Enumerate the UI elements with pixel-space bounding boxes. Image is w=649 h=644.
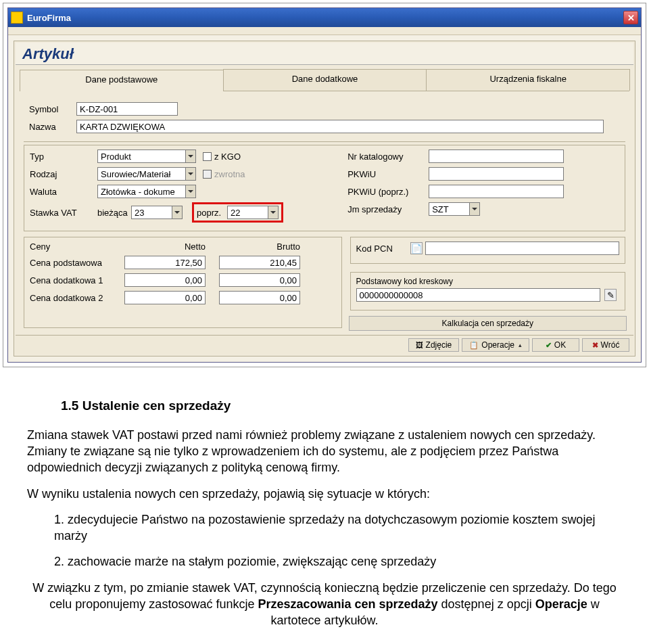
- checkbox-zkgo[interactable]: z KGO: [203, 152, 241, 162]
- input-pkwiu[interactable]: [429, 167, 564, 181]
- lookup-icon[interactable]: 📄: [410, 242, 423, 254]
- input-cena-dod2-brutto[interactable]: [219, 291, 300, 304]
- label-stawka-vat: Stawka VAT: [30, 208, 97, 218]
- btn-wroc[interactable]: ✖ Wróć: [582, 338, 629, 352]
- input-cena-dod2-netto[interactable]: [124, 291, 206, 304]
- label-rodzaj: Rodzaj: [30, 169, 97, 179]
- app-icon: [11, 12, 23, 24]
- image-icon: 🖼: [416, 341, 423, 349]
- doc-li2: 2. zachowacie marże na stałym poziomie, …: [27, 553, 622, 570]
- menubar: [8, 27, 641, 35]
- label-waluta: Waluta: [30, 187, 97, 197]
- btn-operacje[interactable]: 📋 Operacje: [462, 338, 529, 352]
- label-cena-dod2: Cena dodatkowa 2: [30, 293, 124, 303]
- close-button[interactable]: ✕: [623, 11, 638, 24]
- label-biezaca: bieżąca: [97, 208, 131, 218]
- panel-title: Artykuł: [16, 43, 633, 65]
- chevron-down-icon[interactable]: [268, 206, 279, 219]
- label-typ: Typ: [30, 152, 97, 162]
- label-pkwiu-poprz: PKWiU (poprz.): [347, 187, 429, 197]
- label-pkwiu: PKWiU: [347, 169, 429, 179]
- input-cena-dod1-brutto[interactable]: [219, 273, 300, 287]
- doc-heading: 1.5 Ustalenie cen sprzedaży: [61, 397, 622, 415]
- label-poprz: poprz.: [197, 208, 227, 218]
- label-cena-podst: Cena podstawowa: [30, 258, 124, 268]
- input-symbol[interactable]: [76, 102, 178, 116]
- barcode-action-icon[interactable]: ✎: [604, 289, 617, 301]
- checkbox-zwrotna: zwrotna: [203, 169, 245, 179]
- combo-rodzaj[interactable]: [97, 167, 196, 181]
- doc-li1: 1. zdecydujecie Państwo na pozostawienie…: [27, 511, 622, 545]
- tabs: Dane podstawowe Dane dodatkowe Urządzeni…: [20, 69, 629, 91]
- combo-jm[interactable]: [429, 202, 480, 216]
- btn-ok[interactable]: ✔ OK: [532, 338, 579, 352]
- header-brutto: Brutto: [219, 242, 300, 252]
- input-cena-podst-brutto[interactable]: [219, 256, 300, 269]
- input-nrkat[interactable]: [429, 150, 564, 163]
- chevron-down-icon[interactable]: [185, 185, 196, 198]
- chevron-down-icon[interactable]: [185, 167, 196, 181]
- form-area: Symbol Nazwa Typ: [16, 91, 633, 335]
- doc-p3: W związku z tym, po zmianie stawek VAT, …: [27, 580, 622, 629]
- input-nazwa[interactable]: [76, 120, 604, 133]
- input-cena-dod1-netto[interactable]: [124, 273, 206, 287]
- check-icon: ✔: [546, 341, 552, 350]
- panel-artykul: Artykuł Dane podstawowe Dane dodatkowe U…: [14, 41, 635, 356]
- highlight-poprz: poprz.: [192, 202, 283, 223]
- input-cena-podst-netto[interactable]: [124, 256, 206, 269]
- header-ceny: Ceny: [30, 242, 124, 252]
- chevron-down-icon[interactable]: [185, 150, 196, 163]
- btn-zdjecie[interactable]: 🖼 Zdjęcie: [408, 338, 460, 352]
- input-kodkresk[interactable]: [356, 288, 600, 302]
- close-icon: ✖: [592, 341, 598, 350]
- label-nazwa: Nazwa: [29, 122, 76, 132]
- label-nrkat: Nr katalogowy: [347, 152, 429, 162]
- label-kodkresk: Podstawowy kod kreskowy: [356, 277, 619, 286]
- chevron-down-icon[interactable]: [469, 202, 480, 216]
- combo-waluta[interactable]: [97, 185, 196, 198]
- btn-kalkulacja[interactable]: Kalkulacja cen sprzedaży: [349, 316, 627, 331]
- label-cena-dod1: Cena dodatkowa 1: [30, 275, 124, 285]
- label-symbol: Symbol: [29, 104, 76, 114]
- label-jm: Jm sprzedaży: [347, 204, 429, 214]
- combo-poprz[interactable]: [227, 206, 279, 219]
- list-icon: 📋: [469, 341, 479, 350]
- titlebar: EuroFirma ✕: [8, 8, 641, 27]
- chevron-down-icon[interactable]: [172, 206, 183, 219]
- tab-dane-podstawowe[interactable]: Dane podstawowe: [20, 70, 224, 91]
- doc-p1: Zmiana stawek VAT postawi przed nami rów…: [27, 427, 622, 476]
- bottom-toolbar: 🖼 Zdjęcie 📋 Operacje ✔ OK ✖ Wróć: [16, 335, 633, 354]
- tab-dane-dodatkowe[interactable]: Dane dodatkowe: [223, 69, 427, 91]
- input-kodpcn[interactable]: [425, 242, 619, 255]
- screenshot-container: EuroFirma ✕ Artykuł Dane podstawowe Dane…: [3, 3, 646, 367]
- input-pkwiu-poprz[interactable]: [429, 185, 564, 198]
- combo-typ[interactable]: [97, 150, 196, 163]
- window-title: EuroFirma: [27, 13, 71, 23]
- document-text: 1.5 Ustalenie cen sprzedaży Zmiana stawe…: [0, 370, 649, 644]
- header-netto: Netto: [124, 242, 206, 252]
- doc-p2: W wyniku ustalenia nowych cen sprzedaży,…: [27, 486, 622, 502]
- combo-biezaca[interactable]: [131, 206, 183, 219]
- label-kodpcn: Kod PCN: [356, 244, 410, 254]
- tab-urzadzenia-fiskalne[interactable]: Urządzenia fiskalne: [426, 69, 630, 91]
- app-window: EuroFirma ✕ Artykuł Dane podstawowe Dane…: [7, 7, 642, 363]
